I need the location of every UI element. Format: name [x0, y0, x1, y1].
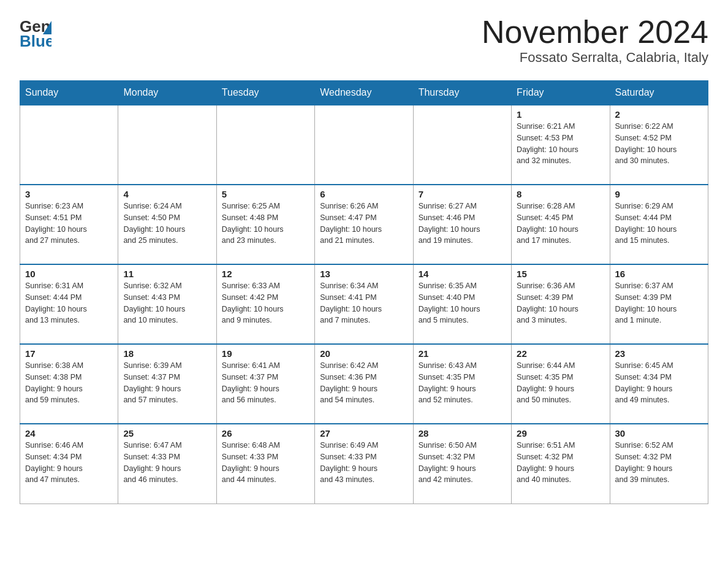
day-info: Sunrise: 6:39 AM Sunset: 4:37 PM Dayligh…: [123, 360, 211, 406]
day-number: 25: [123, 428, 211, 439]
day-number: 29: [517, 428, 604, 439]
col-thursday: Thursday: [413, 81, 511, 105]
day-info: Sunrise: 6:35 AM Sunset: 4:40 PM Dayligh…: [419, 280, 506, 326]
calendar-cell: 29Sunrise: 6:51 AM Sunset: 4:32 PM Dayli…: [512, 424, 610, 504]
calendar-cell: 11Sunrise: 6:32 AM Sunset: 4:43 PM Dayli…: [118, 264, 216, 344]
calendar-cell: [315, 105, 413, 185]
title-section: November 2024 Fossato Serralta, Calabria…: [482, 15, 708, 66]
day-number: 1: [517, 109, 604, 120]
day-number: 7: [419, 189, 506, 199]
day-info: Sunrise: 6:48 AM Sunset: 4:33 PM Dayligh…: [222, 440, 309, 486]
calendar-week-3: 10Sunrise: 6:31 AM Sunset: 4:44 PM Dayli…: [20, 264, 708, 344]
calendar-cell: 17Sunrise: 6:38 AM Sunset: 4:38 PM Dayli…: [20, 344, 118, 424]
month-title: November 2024: [482, 15, 708, 50]
calendar-cell: 22Sunrise: 6:44 AM Sunset: 4:35 PM Dayli…: [512, 344, 610, 424]
day-info: Sunrise: 6:33 AM Sunset: 4:42 PM Dayligh…: [222, 280, 309, 326]
calendar-cell: 18Sunrise: 6:39 AM Sunset: 4:37 PM Dayli…: [118, 344, 216, 424]
calendar-cell: 4Sunrise: 6:24 AM Sunset: 4:50 PM Daylig…: [118, 185, 216, 264]
calendar-cell: 12Sunrise: 6:33 AM Sunset: 4:42 PM Dayli…: [216, 264, 314, 344]
day-number: 5: [222, 189, 309, 199]
page-header: General Blue November 2024 Fossato Serra…: [20, 15, 708, 66]
calendar-week-5: 24Sunrise: 6:46 AM Sunset: 4:34 PM Dayli…: [20, 424, 708, 504]
day-number: 4: [123, 189, 211, 199]
calendar-cell: 1Sunrise: 6:21 AM Sunset: 4:53 PM Daylig…: [512, 105, 610, 185]
calendar-cell: 5Sunrise: 6:25 AM Sunset: 4:48 PM Daylig…: [216, 185, 314, 264]
col-tuesday: Tuesday: [216, 81, 314, 105]
day-info: Sunrise: 6:28 AM Sunset: 4:45 PM Dayligh…: [517, 201, 604, 247]
calendar-cell: [216, 105, 314, 185]
day-info: Sunrise: 6:32 AM Sunset: 4:43 PM Dayligh…: [123, 280, 211, 326]
col-saturday: Saturday: [610, 81, 708, 105]
day-info: Sunrise: 6:44 AM Sunset: 4:35 PM Dayligh…: [517, 360, 604, 406]
day-info: Sunrise: 6:51 AM Sunset: 4:32 PM Dayligh…: [517, 440, 604, 486]
day-info: Sunrise: 6:24 AM Sunset: 4:50 PM Dayligh…: [123, 201, 211, 247]
calendar-cell: 10Sunrise: 6:31 AM Sunset: 4:44 PM Dayli…: [20, 264, 118, 344]
day-number: 15: [517, 269, 604, 279]
calendar-cell: 13Sunrise: 6:34 AM Sunset: 4:41 PM Dayli…: [315, 264, 413, 344]
day-info: Sunrise: 6:34 AM Sunset: 4:41 PM Dayligh…: [320, 280, 408, 326]
calendar-cell: 24Sunrise: 6:46 AM Sunset: 4:34 PM Dayli…: [20, 424, 118, 504]
day-number: 14: [419, 269, 506, 279]
calendar-cell: 16Sunrise: 6:37 AM Sunset: 4:39 PM Dayli…: [610, 264, 708, 344]
calendar-week-1: 1Sunrise: 6:21 AM Sunset: 4:53 PM Daylig…: [20, 105, 708, 185]
calendar-cell: [118, 105, 216, 185]
day-number: 20: [320, 348, 408, 359]
calendar-cell: 9Sunrise: 6:29 AM Sunset: 4:44 PM Daylig…: [610, 185, 708, 264]
calendar-cell: [20, 105, 118, 185]
day-info: Sunrise: 6:22 AM Sunset: 4:52 PM Dayligh…: [615, 121, 703, 167]
day-number: 18: [123, 348, 211, 359]
day-info: Sunrise: 6:43 AM Sunset: 4:35 PM Dayligh…: [419, 360, 506, 406]
day-number: 23: [615, 348, 703, 359]
col-wednesday: Wednesday: [315, 81, 413, 105]
day-info: Sunrise: 6:26 AM Sunset: 4:47 PM Dayligh…: [320, 201, 408, 247]
location: Fossato Serralta, Calabria, Italy: [482, 50, 708, 66]
day-info: Sunrise: 6:46 AM Sunset: 4:34 PM Dayligh…: [25, 440, 113, 486]
day-info: Sunrise: 6:29 AM Sunset: 4:44 PM Dayligh…: [615, 201, 703, 247]
col-monday: Monday: [118, 81, 216, 105]
logo-icon: General Blue: [20, 15, 51, 49]
day-number: 24: [25, 428, 113, 439]
calendar-cell: 20Sunrise: 6:42 AM Sunset: 4:36 PM Dayli…: [315, 344, 413, 424]
day-number: 28: [419, 428, 506, 439]
day-info: Sunrise: 6:25 AM Sunset: 4:48 PM Dayligh…: [222, 201, 309, 247]
day-info: Sunrise: 6:23 AM Sunset: 4:51 PM Dayligh…: [25, 201, 113, 247]
day-info: Sunrise: 6:47 AM Sunset: 4:33 PM Dayligh…: [123, 440, 211, 486]
day-info: Sunrise: 6:52 AM Sunset: 4:32 PM Dayligh…: [615, 440, 703, 486]
day-number: 19: [222, 348, 309, 359]
calendar-cell: 15Sunrise: 6:36 AM Sunset: 4:39 PM Dayli…: [512, 264, 610, 344]
day-info: Sunrise: 6:41 AM Sunset: 4:37 PM Dayligh…: [222, 360, 309, 406]
day-number: 16: [615, 269, 703, 279]
calendar-week-4: 17Sunrise: 6:38 AM Sunset: 4:38 PM Dayli…: [20, 344, 708, 424]
calendar-cell: 27Sunrise: 6:49 AM Sunset: 4:33 PM Dayli…: [315, 424, 413, 504]
day-info: Sunrise: 6:42 AM Sunset: 4:36 PM Dayligh…: [320, 360, 408, 406]
day-number: 6: [320, 189, 408, 199]
day-info: Sunrise: 6:38 AM Sunset: 4:38 PM Dayligh…: [25, 360, 113, 406]
day-number: 10: [25, 269, 113, 279]
day-number: 17: [25, 348, 113, 359]
day-number: 22: [517, 348, 604, 359]
day-info: Sunrise: 6:50 AM Sunset: 4:32 PM Dayligh…: [419, 440, 506, 486]
calendar: Sunday Monday Tuesday Wednesday Thursday…: [20, 80, 708, 504]
calendar-cell: 23Sunrise: 6:45 AM Sunset: 4:34 PM Dayli…: [610, 344, 708, 424]
day-info: Sunrise: 6:37 AM Sunset: 4:39 PM Dayligh…: [615, 280, 703, 326]
calendar-cell: 8Sunrise: 6:28 AM Sunset: 4:45 PM Daylig…: [512, 185, 610, 264]
day-number: 13: [320, 269, 408, 279]
day-number: 3: [25, 189, 113, 199]
day-number: 11: [123, 269, 211, 279]
col-friday: Friday: [512, 81, 610, 105]
col-sunday: Sunday: [20, 81, 118, 105]
day-info: Sunrise: 6:49 AM Sunset: 4:33 PM Dayligh…: [320, 440, 408, 486]
calendar-cell: 6Sunrise: 6:26 AM Sunset: 4:47 PM Daylig…: [315, 185, 413, 264]
calendar-cell: 14Sunrise: 6:35 AM Sunset: 4:40 PM Dayli…: [413, 264, 511, 344]
calendar-cell: 7Sunrise: 6:27 AM Sunset: 4:46 PM Daylig…: [413, 185, 511, 264]
logo: General Blue: [20, 15, 54, 49]
day-info: Sunrise: 6:36 AM Sunset: 4:39 PM Dayligh…: [517, 280, 604, 326]
svg-text:Blue: Blue: [20, 32, 51, 49]
day-number: 30: [615, 428, 703, 439]
calendar-cell: 28Sunrise: 6:50 AM Sunset: 4:32 PM Dayli…: [413, 424, 511, 504]
calendar-cell: 19Sunrise: 6:41 AM Sunset: 4:37 PM Dayli…: [216, 344, 314, 424]
day-info: Sunrise: 6:31 AM Sunset: 4:44 PM Dayligh…: [25, 280, 113, 326]
calendar-cell: 2Sunrise: 6:22 AM Sunset: 4:52 PM Daylig…: [610, 105, 708, 185]
day-number: 8: [517, 189, 604, 199]
calendar-cell: 21Sunrise: 6:43 AM Sunset: 4:35 PM Dayli…: [413, 344, 511, 424]
